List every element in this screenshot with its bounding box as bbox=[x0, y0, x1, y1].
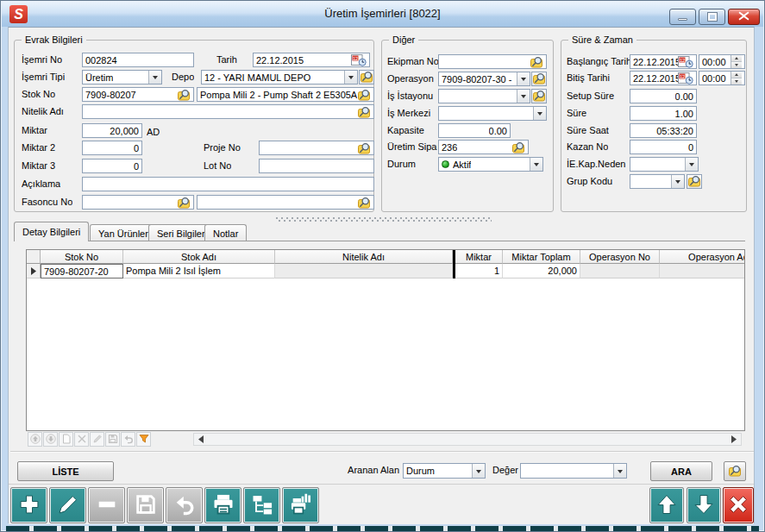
delete-button[interactable] bbox=[88, 487, 125, 523]
grid-new-button[interactable] bbox=[59, 432, 73, 447]
is-merkezi-select[interactable] bbox=[438, 106, 547, 121]
kazan-no-input[interactable]: 0 bbox=[630, 140, 697, 154]
column-header[interactable]: Stok Adı bbox=[123, 250, 275, 264]
table-row[interactable]: 7909-80207-20 Pompa Mili 2 Isıl İşlem 1 … bbox=[27, 264, 744, 279]
dropdown-arrow-icon[interactable] bbox=[530, 158, 542, 171]
column-header[interactable]: Operasyon No bbox=[580, 250, 660, 264]
baslangic-tarihi-input[interactable]: 22.12.201512 bbox=[630, 54, 697, 69]
scroll-left-icon[interactable] bbox=[194, 434, 208, 445]
spinner-down-button[interactable] bbox=[731, 78, 742, 84]
dropdown-arrow-icon[interactable] bbox=[517, 90, 530, 103]
column-header[interactable]: Miktar bbox=[455, 250, 503, 264]
save-button[interactable] bbox=[127, 487, 164, 523]
deger-select[interactable] bbox=[520, 463, 627, 479]
spinner-up-button[interactable] bbox=[731, 72, 742, 78]
spinner-up-button[interactable] bbox=[731, 55, 742, 62]
grup-kodu-lookup-icon[interactable] bbox=[687, 174, 702, 189]
stok-adi-input[interactable]: Pompa Mili 2 - Pump Shaft 2 E5305A bbox=[197, 87, 374, 102]
fasoncu-lookup-icon[interactable] bbox=[178, 197, 191, 209]
tab-notlar[interactable]: Notlar bbox=[204, 224, 247, 241]
isemri-no-input[interactable]: 002824 bbox=[82, 53, 194, 67]
scroll-right-icon[interactable] bbox=[727, 434, 741, 445]
miktar2-input[interactable]: 0 bbox=[82, 141, 142, 155]
dropdown-arrow-icon[interactable] bbox=[533, 107, 546, 120]
print-button[interactable] bbox=[204, 487, 241, 523]
column-header[interactable]: Miktar Toplam bbox=[503, 250, 580, 264]
aranan-alan-select[interactable]: Durum bbox=[403, 463, 486, 479]
depo-select[interactable]: 12 - YARI MAMUL DEPO bbox=[201, 70, 358, 84]
stok-adi-lookup-icon[interactable] bbox=[358, 89, 371, 101]
cell-miktar[interactable]: 1 bbox=[455, 264, 503, 279]
calendar-icon[interactable]: 12 bbox=[678, 72, 693, 84]
add-button[interactable] bbox=[10, 487, 47, 523]
grid-edit-button[interactable] bbox=[90, 432, 104, 447]
fasoncu-adi-input[interactable] bbox=[197, 195, 374, 210]
is-istasyonu-lookup-icon[interactable] bbox=[531, 89, 547, 103]
bitis-saat-input[interactable]: 00:00 bbox=[699, 71, 745, 85]
depo-lookup-icon[interactable] bbox=[359, 70, 374, 84]
tree-view-button[interactable] bbox=[243, 487, 280, 523]
tarih-input[interactable]: 22.12.201512 bbox=[253, 53, 370, 67]
cell-stok-adi[interactable]: Pompa Mili 2 Isıl İşlem bbox=[123, 264, 275, 279]
tab-yan-urunler[interactable]: Yan Ürünler bbox=[90, 224, 157, 241]
calendar-icon[interactable]: 12 bbox=[678, 55, 693, 68]
miktar3-input[interactable]: 0 bbox=[82, 159, 142, 173]
ara-button[interactable]: ARA bbox=[650, 461, 712, 481]
splitter-handle[interactable] bbox=[276, 217, 492, 222]
dropdown-arrow-icon[interactable] bbox=[472, 464, 485, 478]
uretim-siparis-lookup-icon[interactable] bbox=[512, 141, 525, 153]
tab-detay-bilgileri[interactable]: Detay Bilgileri bbox=[14, 222, 89, 241]
ekipman-lookup-icon[interactable] bbox=[530, 56, 543, 68]
maximize-button[interactable] bbox=[699, 9, 725, 25]
lot-no-input[interactable] bbox=[259, 159, 374, 173]
spinner-down-button[interactable] bbox=[731, 62, 742, 68]
stok-no-input[interactable]: 7909-80207 bbox=[82, 87, 194, 102]
report-print-button[interactable] bbox=[282, 487, 319, 523]
grup-kodu-select[interactable] bbox=[630, 174, 685, 189]
kapasite-input[interactable]: 0.00 bbox=[438, 123, 511, 138]
iekap-neden-select[interactable] bbox=[630, 157, 699, 172]
baslangic-saat-input[interactable]: 00:00 bbox=[699, 54, 745, 69]
proje-lookup-icon[interactable] bbox=[358, 142, 371, 154]
sure-input[interactable]: 1.00 bbox=[630, 106, 697, 121]
isemri-tipi-select[interactable]: Üretim bbox=[82, 70, 162, 84]
proje-no-input[interactable] bbox=[259, 141, 374, 155]
ekipman-no-input[interactable] bbox=[438, 54, 547, 69]
sure-saat-input[interactable]: 05:33:20 bbox=[630, 123, 697, 138]
dropdown-arrow-icon[interactable] bbox=[517, 72, 530, 85]
grid-delete-button[interactable] bbox=[74, 432, 89, 447]
grid-up-button[interactable] bbox=[28, 432, 42, 447]
grid-save-button[interactable] bbox=[105, 432, 120, 447]
fasoncu-no-input[interactable] bbox=[82, 195, 194, 210]
grid-filter-button[interactable] bbox=[136, 432, 151, 447]
dropdown-arrow-icon[interactable] bbox=[671, 175, 684, 188]
grid-down-button[interactable] bbox=[43, 432, 58, 447]
nitelik-adi-input[interactable] bbox=[82, 104, 374, 119]
cell-operasyon-no[interactable] bbox=[580, 264, 660, 279]
advanced-search-button[interactable] bbox=[724, 461, 746, 481]
cell-nitelik-adi[interactable] bbox=[275, 264, 453, 279]
row-selector-icon[interactable] bbox=[27, 264, 41, 279]
grid-undo-button[interactable] bbox=[121, 432, 135, 447]
column-header[interactable]: Operasyon Adı bbox=[660, 250, 745, 264]
move-up-button[interactable] bbox=[649, 487, 684, 523]
stok-no-lookup-icon[interactable] bbox=[178, 89, 191, 101]
dropdown-arrow-icon[interactable] bbox=[613, 464, 626, 478]
cell-operasyon-adi[interactable] bbox=[660, 264, 745, 279]
cell-stok-no[interactable]: 7909-80207-20 bbox=[41, 264, 123, 279]
dropdown-arrow-icon[interactable] bbox=[344, 71, 357, 84]
is-istasyonu-select[interactable] bbox=[438, 89, 530, 103]
aciklama-input[interactable] bbox=[82, 177, 374, 191]
close-button[interactable] bbox=[728, 9, 760, 25]
undo-button[interactable] bbox=[166, 487, 203, 523]
miktar-input[interactable]: 20,000 bbox=[82, 123, 142, 138]
dropdown-arrow-icon[interactable] bbox=[148, 71, 161, 84]
durum-select[interactable]: Aktif bbox=[438, 157, 543, 172]
bitis-tarihi-input[interactable]: 22.12.201512 bbox=[630, 71, 697, 85]
calendar-icon[interactable]: 12 bbox=[351, 53, 367, 66]
cell-miktar-toplam[interactable]: 20,000 bbox=[503, 264, 580, 279]
uretim-siparis-input[interactable]: 236 bbox=[438, 140, 529, 154]
edit-button[interactable] bbox=[49, 487, 86, 523]
operasyon-lookup-icon[interactable] bbox=[531, 72, 547, 86]
operasyon-select[interactable]: 7909-80207-30 - I bbox=[438, 72, 530, 86]
